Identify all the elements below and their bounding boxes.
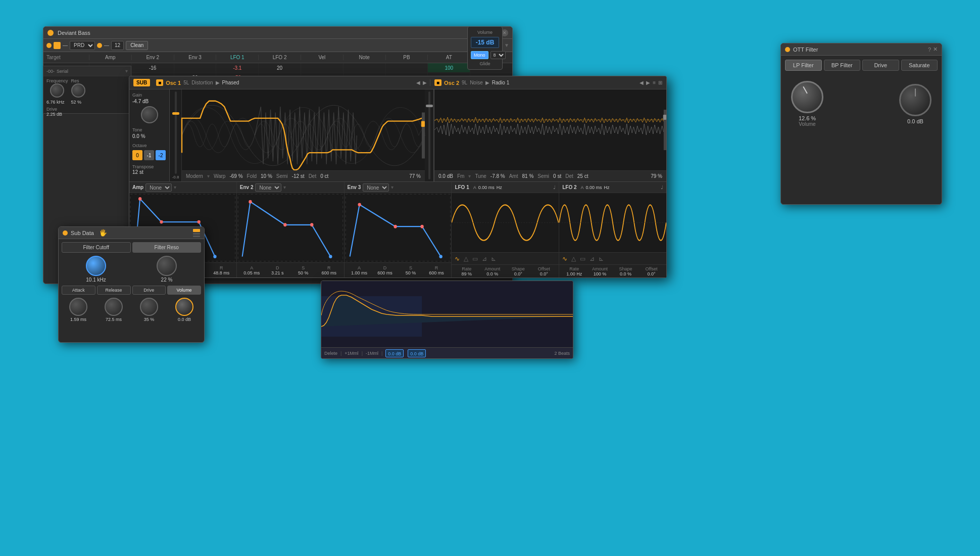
toolbar-color-btn[interactable] (54, 42, 61, 49)
env3-a-param: A 1.00 ms (347, 265, 372, 275)
traffic-light-yellow[interactable] (47, 30, 54, 36)
octave-neg2-btn[interactable]: -2 (156, 150, 166, 160)
lfo2-revsaw-btn[interactable]: ⊾ (599, 255, 604, 262)
osc2-fm-label: Fm (457, 173, 464, 179)
sd-attack-knob[interactable] (69, 298, 87, 316)
ott-lp-filter-btn[interactable]: LP Filter (785, 60, 822, 71)
osc2-nav-left[interactable]: ◀ (640, 80, 644, 85)
bottom-section: Amp None ▾ (129, 181, 666, 277)
mod-cell-osc1-lfo1[interactable]: -3.1 (216, 63, 258, 72)
gain-knob[interactable] (141, 106, 158, 123)
sub-data-indicator (193, 229, 200, 232)
amp-env-routing[interactable]: None (145, 183, 172, 192)
octave-neg1-btn[interactable]: -1 (144, 150, 154, 160)
toolbar-clean-btn[interactable]: Clean (126, 41, 148, 50)
lfo1-sync-icon[interactable]: ♩ (553, 184, 556, 190)
ott-power-dot (785, 47, 790, 52)
lfo2-square-btn[interactable]: ▭ (580, 255, 585, 262)
tone-label: Tone (132, 127, 166, 132)
res-value: 52 % (71, 100, 85, 105)
osc1-arrow: ▶ (216, 80, 220, 85)
osc1-nav-right[interactable]: ▶ (423, 80, 427, 85)
sub-data-cutoff-knob[interactable] (86, 256, 106, 276)
mod-cell-osc1-env3[interactable] (174, 63, 216, 72)
env2-label: Env 2 (240, 184, 254, 190)
gain-slider-track[interactable] (175, 91, 177, 174)
lfo1-triangle-btn[interactable]: △ (464, 255, 468, 262)
lfo1-sine-btn[interactable]: ∿ (455, 255, 460, 262)
env2-svg (237, 193, 344, 262)
svg-point-19 (358, 203, 361, 206)
ott-db-value: 0.0 dB (907, 118, 923, 124)
ott-drive-btn[interactable]: Drive (862, 60, 899, 71)
octave-0-btn[interactable]: 0 (132, 150, 142, 160)
toolbar-prd-select[interactable]: PRD (70, 41, 95, 50)
lfo2-triangle-btn[interactable]: △ (571, 255, 576, 262)
sub-data-cutoff-group: 10.1 kHz (62, 256, 130, 283)
wave-footer-val2[interactable]: 0.0 dB (408, 349, 426, 357)
osc1-nav-left[interactable]: ◀ (416, 80, 420, 85)
ott-question-btn[interactable]: ? (928, 46, 931, 53)
toolbar-preset-num[interactable]: 12 (111, 41, 124, 50)
vol-serial-type: Serial (57, 69, 68, 74)
sd-drive-knob[interactable] (140, 298, 158, 316)
lfo2-sine-btn[interactable]: ∿ (562, 255, 567, 262)
ott-saturate-btn[interactable]: Saturate (901, 60, 938, 71)
sd-release-knob[interactable] (105, 298, 123, 316)
mod-cell-osc1-vel[interactable] (301, 63, 343, 72)
svg-point-8 (160, 220, 163, 224)
volume-widget-value[interactable]: -15 dB (471, 37, 499, 48)
osc2-settings[interactable]: ⊞ (658, 80, 662, 85)
svg-point-22 (439, 255, 442, 258)
wave-footer-label3: -1Mml (366, 351, 378, 356)
sub-data-attack-btn[interactable]: Attack (62, 286, 95, 295)
osc2-vol-pct: 79 % (651, 173, 662, 179)
osc2-grid[interactable]: ≡ (653, 80, 656, 85)
lfo2-saw-btn[interactable]: ⊿ (590, 255, 595, 262)
sub-data-cutoff-val: 10.1 kHz (86, 277, 106, 283)
deviant-bass-titlebar: Deviant Bass ? ✕ (43, 27, 512, 39)
env3-r-label: R (435, 265, 438, 270)
env3-label: Env 3 (348, 184, 361, 190)
left-vol-panel: -00- Serial ▾ Frequency 6.76 kHz Res 52 … (43, 66, 131, 114)
sub-data-drive-btn[interactable]: Drive (132, 286, 166, 295)
wave-footer-zoom[interactable]: 0.0 dB (385, 349, 404, 357)
octave-label: Octave (132, 143, 166, 148)
mod-cell-osc1-lfo2[interactable]: 20 (258, 63, 301, 72)
lfo2-amount-label: Amount (592, 266, 608, 271)
glide-num-select[interactable]: 8 (491, 51, 506, 59)
mono-btn[interactable]: Mono (471, 51, 488, 59)
res-knob[interactable] (71, 83, 85, 98)
ott-volume-knob[interactable] (791, 81, 823, 113)
env2-routing[interactable]: None (255, 183, 281, 192)
env3-routing[interactable]: None (363, 183, 389, 192)
sub-data-filter-reso-btn[interactable]: Filter Reso (132, 242, 202, 253)
osc1-vol-thumb[interactable] (426, 105, 433, 107)
ott-close-btn[interactable]: ✕ (933, 46, 938, 53)
ott-db-knob[interactable] (899, 84, 932, 116)
ott-filter-buttons: LP Filter BP Filter Drive Saturate (781, 60, 942, 71)
env3-r-param: R 600 ms (423, 265, 449, 275)
env2-a-value: 0.05 ms (243, 270, 260, 275)
lfo1-square-btn[interactable]: ▭ (472, 255, 478, 262)
sub-data-release-btn[interactable]: Release (97, 286, 131, 295)
sd-vol-knob[interactable] (175, 298, 193, 316)
sub-data-volume-btn[interactable]: Volume (167, 286, 201, 295)
ott-bp-filter-btn[interactable]: BP Filter (824, 60, 861, 71)
sub-data-reso-knob[interactable] (157, 256, 177, 276)
mod-cell-osc1-note[interactable] (343, 63, 385, 72)
gain-slider-thumb[interactable] (172, 112, 179, 115)
mod-cell-osc1-env2[interactable]: -16 (131, 63, 174, 72)
lfo2-sync-icon[interactable]: ♩ (661, 184, 663, 190)
sub-data-filter-cutoff-btn[interactable]: Filter Cutoff (62, 242, 131, 253)
power-indicator (46, 43, 52, 48)
frequency-knob[interactable] (50, 83, 64, 98)
mod-cell-osc1-at[interactable]: 100 (427, 63, 470, 72)
osc2-active-dot: ■ (434, 79, 442, 86)
lfo1-saw-btn[interactable]: ⊿ (482, 255, 487, 262)
osc1-vol-track[interactable] (428, 91, 430, 179)
osc2-menu[interactable]: ▶ (646, 80, 650, 85)
mod-cell-osc1-pb[interactable] (385, 63, 428, 72)
lfo1-revsaw-btn[interactable]: ⊾ (491, 255, 496, 262)
lfo1-shapes: ∿ △ ▭ ⊿ ⊾ (452, 252, 559, 264)
